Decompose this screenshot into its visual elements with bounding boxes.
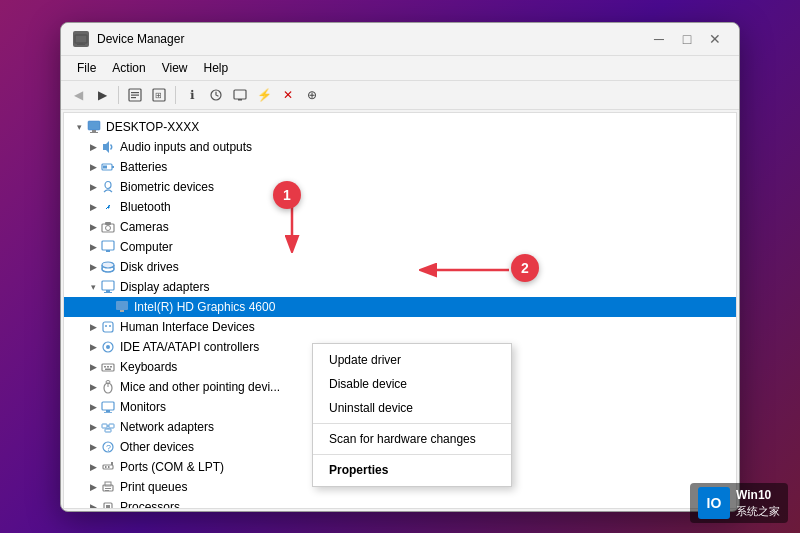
- ports-label: Ports (COM & LPT): [120, 460, 224, 474]
- disk-label: Disk drives: [120, 260, 179, 274]
- svg-rect-57: [108, 466, 110, 468]
- tree-root[interactable]: ▾ DESKTOP-XXXX: [64, 117, 736, 137]
- watermark-text: Win10 系统之家: [736, 488, 780, 518]
- svg-rect-13: [92, 130, 96, 132]
- ide-label: IDE ATA/ATAPI controllers: [120, 340, 259, 354]
- toolbar-scan[interactable]: [205, 84, 227, 106]
- svg-rect-47: [104, 412, 112, 413]
- svg-point-36: [106, 345, 110, 349]
- svg-text:⊞: ⊞: [155, 91, 162, 100]
- ctx-disable-device[interactable]: Disable device: [313, 372, 511, 396]
- minimize-button[interactable]: ─: [647, 31, 671, 47]
- bluetooth-icon: [100, 199, 116, 215]
- forward-button[interactable]: ▶: [91, 84, 113, 106]
- display-chevron: ▾: [86, 282, 100, 292]
- win10-logo-badge: IO: [698, 487, 730, 519]
- display-icon: [100, 279, 116, 295]
- other-label: Other devices: [120, 440, 194, 454]
- hid-icon: [100, 319, 116, 335]
- ctx-properties[interactable]: Properties: [313, 458, 511, 482]
- ide-chevron: ▶: [86, 342, 100, 352]
- svg-marker-15: [103, 141, 109, 153]
- arrow-1: [277, 203, 307, 253]
- menu-help[interactable]: Help: [196, 58, 237, 78]
- svg-point-26: [102, 262, 114, 268]
- svg-rect-6: [131, 97, 136, 98]
- toolbar-btn-1[interactable]: [124, 84, 146, 106]
- ctx-update-driver[interactable]: Update driver: [313, 348, 511, 372]
- tree-audio[interactable]: ▶ Audio inputs and outputs: [64, 137, 736, 157]
- mice-icon: [100, 379, 116, 395]
- svg-rect-39: [107, 366, 109, 368]
- svg-rect-49: [109, 424, 114, 428]
- other-icon: ?: [100, 439, 116, 455]
- title-bar: Device Manager ─ □ ✕: [61, 23, 739, 56]
- biometric-label: Biometric devices: [120, 180, 214, 194]
- toolbar-separator-1: [118, 86, 119, 104]
- intel-icon: [114, 299, 130, 315]
- toolbar-update[interactable]: ⚡: [253, 84, 275, 106]
- toolbar-info[interactable]: ℹ: [181, 84, 203, 106]
- tree-biometric[interactable]: ▶ Biometric devices: [64, 177, 736, 197]
- tree-computer[interactable]: ▶ Computer: [64, 237, 736, 257]
- tree-batteries[interactable]: ▶ Batteries: [64, 157, 736, 177]
- close-button[interactable]: ✕: [703, 31, 727, 47]
- tree-display[interactable]: ▾ Display adapters: [64, 277, 736, 297]
- network-chevron: ▶: [86, 422, 100, 432]
- svg-rect-40: [110, 366, 112, 368]
- print-label: Print queues: [120, 480, 187, 494]
- device-manager-window: Device Manager ─ □ ✕ File Action View He…: [60, 22, 740, 512]
- svg-rect-31: [120, 310, 124, 312]
- back-button[interactable]: ◀: [67, 84, 89, 106]
- cameras-label: Cameras: [120, 220, 169, 234]
- svg-rect-32: [103, 322, 113, 332]
- mice-chevron: ▶: [86, 382, 100, 392]
- svg-rect-58: [111, 462, 113, 465]
- toolbar-more[interactable]: ⊕: [301, 84, 323, 106]
- root-label: DESKTOP-XXXX: [106, 120, 199, 134]
- monitors-icon: [100, 399, 116, 415]
- tree-disk[interactable]: ▶ Disk drives: [64, 257, 736, 277]
- toolbar-separator-2: [175, 86, 176, 104]
- svg-rect-22: [105, 222, 111, 225]
- svg-point-19: [105, 181, 111, 188]
- menu-file[interactable]: File: [69, 58, 104, 78]
- menu-view[interactable]: View: [154, 58, 196, 78]
- network-label: Network adapters: [120, 420, 214, 434]
- hid-label: Human Interface Devices: [120, 320, 255, 334]
- device-tree[interactable]: ▾ DESKTOP-XXXX ▶ Audio inputs and output…: [63, 112, 737, 509]
- ports-icon: [100, 459, 116, 475]
- svg-rect-18: [103, 165, 107, 168]
- svg-rect-38: [104, 366, 106, 368]
- print-chevron: ▶: [86, 482, 100, 492]
- svg-rect-28: [106, 290, 110, 292]
- window-controls: ─ □ ✕: [647, 31, 727, 47]
- batteries-chevron: ▶: [86, 162, 100, 172]
- svg-rect-56: [105, 466, 107, 468]
- svg-rect-24: [106, 250, 110, 252]
- disk-icon: [100, 259, 116, 275]
- computer-icon: [86, 119, 102, 135]
- menu-action[interactable]: Action: [104, 58, 153, 78]
- tree-cameras[interactable]: ▶ Cameras: [64, 217, 736, 237]
- keyboards-icon: [100, 359, 116, 375]
- tree-hid[interactable]: ▶ Human Interface Devices: [64, 317, 736, 337]
- ctx-scan-changes[interactable]: Scan for hardware changes: [313, 427, 511, 451]
- tree-bluetooth[interactable]: ▶ Bluetooth: [64, 197, 736, 217]
- svg-rect-2: [77, 44, 85, 45]
- content-area: ▾ DESKTOP-XXXX ▶ Audio inputs and output…: [61, 110, 739, 511]
- svg-rect-62: [105, 490, 109, 491]
- ctx-separator-1: [313, 423, 511, 424]
- context-menu: Update driver Disable device Uninstall d…: [312, 343, 512, 487]
- ctx-uninstall-device[interactable]: Uninstall device: [313, 396, 511, 420]
- tree-processors[interactable]: ▶ Processors: [64, 497, 736, 509]
- toolbar-computer[interactable]: [229, 84, 251, 106]
- keyboards-label: Keyboards: [120, 360, 177, 374]
- toolbar-btn-2[interactable]: ⊞: [148, 84, 170, 106]
- maximize-button[interactable]: □: [675, 31, 699, 47]
- tree-intel-hd[interactable]: Intel(R) HD Graphics 4600: [64, 297, 736, 317]
- display-label: Display adapters: [120, 280, 209, 294]
- cameras-chevron: ▶: [86, 222, 100, 232]
- toolbar-delete[interactable]: ✕: [277, 84, 299, 106]
- svg-point-33: [105, 325, 107, 327]
